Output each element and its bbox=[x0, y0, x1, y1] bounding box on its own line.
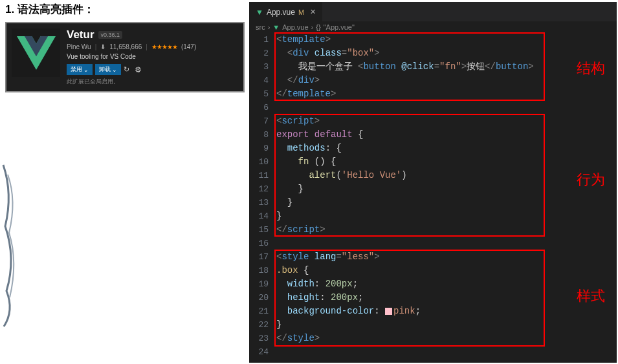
extension-installs: 11,658,666 bbox=[109, 43, 142, 50]
star-rating-icon: ★★★★★ bbox=[151, 43, 177, 50]
section-heading: 1. 语法高亮插件： bbox=[5, 2, 245, 17]
extension-note: 此扩展已全局启用。 bbox=[67, 78, 238, 86]
annotation-behavior: 行为 bbox=[577, 170, 605, 189]
disable-button[interactable]: 禁用 ⌄ bbox=[67, 64, 93, 75]
chevron-down-icon: ⌄ bbox=[112, 67, 117, 73]
download-icon: ⬇ bbox=[100, 43, 105, 50]
decorative-sketch bbox=[0, 162, 19, 330]
close-icon[interactable]: ✕ bbox=[310, 8, 316, 16]
breadcrumb-symbol[interactable]: "App.vue" bbox=[324, 23, 355, 31]
extension-author: Pine Wu bbox=[67, 43, 91, 50]
color-swatch-icon[interactable] bbox=[385, 308, 392, 315]
breadcrumb[interactable]: src › ▼ App.vue › {} "App.vue" bbox=[249, 21, 617, 33]
vue-file-icon: ▼ bbox=[256, 8, 263, 17]
uninstall-button[interactable]: 卸载 ⌄ bbox=[95, 64, 121, 75]
gear-icon[interactable]: ⚙ bbox=[135, 65, 142, 74]
code-area[interactable]: 1 2 3 4 5 6 7 8 9 10 11 12 13 14 15 16 1… bbox=[249, 33, 617, 359]
line-gutter: 1 2 3 4 5 6 7 8 9 10 11 12 13 14 15 16 1… bbox=[249, 33, 276, 359]
left-panel: 1. 语法高亮插件： Vetur v0.36.1 Pine Wu | ⬇ 11,… bbox=[5, 2, 245, 92]
breadcrumb-folder[interactable]: src bbox=[256, 23, 265, 31]
modified-indicator: M bbox=[298, 8, 304, 16]
sync-icon[interactable]: ↻ bbox=[124, 65, 129, 74]
tab-filename: App.vue bbox=[267, 8, 295, 17]
code-editor: ▼ App.vue M ✕ src › ▼ App.vue › {} "App.… bbox=[249, 2, 617, 363]
extension-version: v0.36.1 bbox=[98, 31, 123, 39]
tab-bar: ▼ App.vue M ✕ bbox=[249, 2, 617, 21]
rating-count: (147) bbox=[181, 43, 196, 50]
extension-description: Vue tooling for VS Code bbox=[67, 53, 238, 60]
tab-app-vue[interactable]: ▼ App.vue M ✕ bbox=[249, 2, 322, 21]
annotation-structure: 结构 bbox=[577, 59, 605, 78]
code-content[interactable]: <template> <div class="box"> 我是一个盒子 <but… bbox=[276, 33, 617, 359]
brace-icon: {} bbox=[316, 23, 320, 31]
extension-card[interactable]: Vetur v0.36.1 Pine Wu | ⬇ 11,658,666 | ★… bbox=[5, 22, 245, 92]
breadcrumb-file[interactable]: App.vue bbox=[282, 23, 308, 31]
vue-file-icon: ▼ bbox=[272, 23, 280, 31]
chevron-down-icon: ⌄ bbox=[83, 67, 89, 73]
vue-logo-icon bbox=[12, 28, 60, 77]
chevron-right-icon: › bbox=[268, 23, 270, 31]
extension-name: Vetur bbox=[67, 28, 94, 41]
chevron-right-icon: › bbox=[311, 23, 314, 31]
extension-info: Vetur v0.36.1 Pine Wu | ⬇ 11,658,666 | ★… bbox=[67, 28, 238, 86]
annotation-style: 样式 bbox=[577, 286, 605, 306]
